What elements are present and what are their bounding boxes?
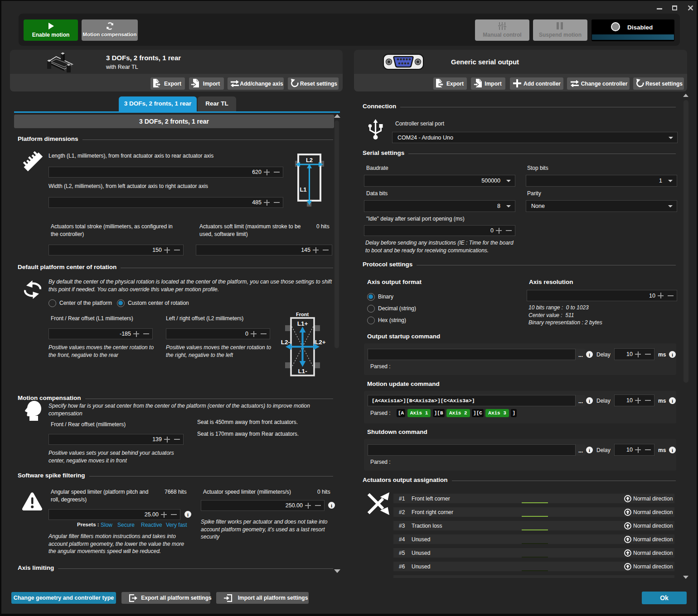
svg-text:L2: L2 — [306, 157, 313, 164]
svg-text:L1: L1 — [300, 186, 306, 193]
svg-text:L1+: L1+ — [297, 320, 308, 327]
svg-text:L2-: L2- — [281, 339, 290, 346]
svg-text:L1-: L1- — [298, 368, 307, 375]
svg-text:L2+: L2+ — [315, 339, 326, 346]
